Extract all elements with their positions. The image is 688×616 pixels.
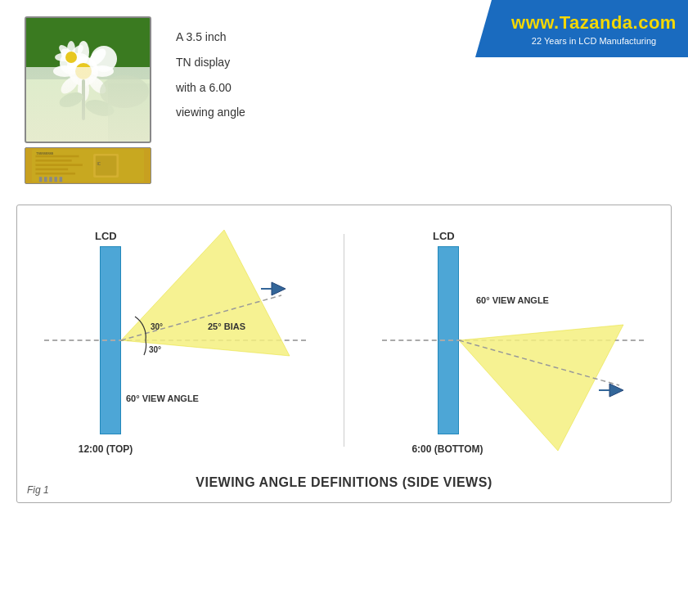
svg-rect-21 bbox=[82, 79, 85, 120]
svg-point-20 bbox=[65, 52, 77, 63]
svg-rect-1 bbox=[26, 79, 151, 143]
right-view: LCD 60° VIEW ANGLE bbox=[382, 222, 644, 459]
header-logo: www.Tazanda.com 22 Years in LCD Manufact… bbox=[475, 0, 688, 57]
svg-rect-36 bbox=[49, 177, 52, 182]
svg-rect-27 bbox=[35, 155, 79, 158]
svg-point-25 bbox=[100, 75, 149, 108]
lcd-screen bbox=[25, 16, 151, 143]
svg-point-23 bbox=[83, 97, 115, 119]
svg-rect-35 bbox=[44, 177, 47, 182]
svg-rect-0 bbox=[26, 18, 151, 143]
right-clock-label: 6:00 (BOTTOM) bbox=[398, 443, 497, 455]
lcd-image-container: TSSSSSSSS IC bbox=[25, 16, 151, 184]
fig-label: Fig 1 bbox=[27, 484, 49, 496]
svg-rect-29 bbox=[35, 164, 82, 166]
svg-point-12 bbox=[86, 74, 109, 97]
diagram-title: VIEWING ANGLE DEFINITIONS (SIDE VIEWS) bbox=[34, 475, 654, 490]
right-diagram-svg: 60° VIEW ANGLE bbox=[382, 222, 644, 459]
svg-point-7 bbox=[53, 65, 76, 77]
svg-marker-47 bbox=[272, 282, 286, 295]
product-line2: TN display bbox=[176, 50, 245, 75]
svg-rect-38 bbox=[60, 177, 63, 182]
product-description: A 3.5 inch TN display with a 6.00 viewin… bbox=[176, 16, 245, 125]
product-line1: A 3.5 inch bbox=[176, 25, 245, 50]
logo-url: www.Tazanda.com bbox=[511, 12, 677, 34]
svg-point-8 bbox=[91, 65, 114, 77]
svg-text:30°: 30° bbox=[149, 345, 161, 354]
svg-point-22 bbox=[57, 89, 85, 110]
product-line3: with a 6.00 bbox=[176, 75, 245, 101]
left-diagram-svg: 30° 30° 25° BIAS 60° VIEW ANGLE bbox=[44, 222, 306, 459]
diagram-content: LCD bbox=[34, 222, 654, 459]
right-clock-time: 6:00 (BOTTOM) bbox=[411, 443, 483, 455]
logo-tagline: 22 Years in LCD Manufacturing bbox=[532, 36, 656, 46]
svg-text:25° BIAS: 25° BIAS bbox=[208, 321, 245, 331]
svg-marker-49 bbox=[459, 325, 623, 451]
svg-text:60° VIEW ANGLE: 60° VIEW ANGLE bbox=[476, 295, 549, 305]
svg-rect-30 bbox=[35, 169, 68, 171]
svg-rect-28 bbox=[35, 160, 71, 162]
diagram-section: LCD bbox=[16, 205, 672, 503]
svg-marker-41 bbox=[121, 230, 290, 356]
svg-text:60° VIEW ANGLE: 60° VIEW ANGLE bbox=[126, 393, 199, 403]
product-line4: viewing angle bbox=[176, 100, 245, 125]
lcd-connector: TSSSSSSSS IC bbox=[25, 147, 151, 184]
svg-point-11 bbox=[58, 74, 81, 97]
section-divider bbox=[344, 234, 344, 447]
svg-text:TSSSSSSSS: TSSSSSSSS bbox=[36, 152, 54, 155]
lcd-screen-svg bbox=[26, 18, 151, 143]
svg-rect-31 bbox=[35, 173, 75, 175]
left-clock-time: 12:00 (TOP) bbox=[79, 443, 133, 455]
left-clock-label: 12:00 (TOP) bbox=[61, 443, 151, 455]
svg-point-13 bbox=[75, 63, 92, 79]
svg-marker-52 bbox=[609, 384, 623, 397]
svg-rect-37 bbox=[54, 177, 57, 182]
svg-point-6 bbox=[78, 79, 89, 101]
svg-rect-24 bbox=[108, 83, 151, 143]
svg-rect-34 bbox=[39, 177, 43, 182]
left-view: LCD bbox=[44, 222, 306, 459]
pcb-svg: TSSSSSSSS IC bbox=[32, 147, 144, 184]
svg-text:30°: 30° bbox=[151, 322, 163, 331]
logo-banner: www.Tazanda.com 22 Years in LCD Manufact… bbox=[475, 0, 688, 57]
